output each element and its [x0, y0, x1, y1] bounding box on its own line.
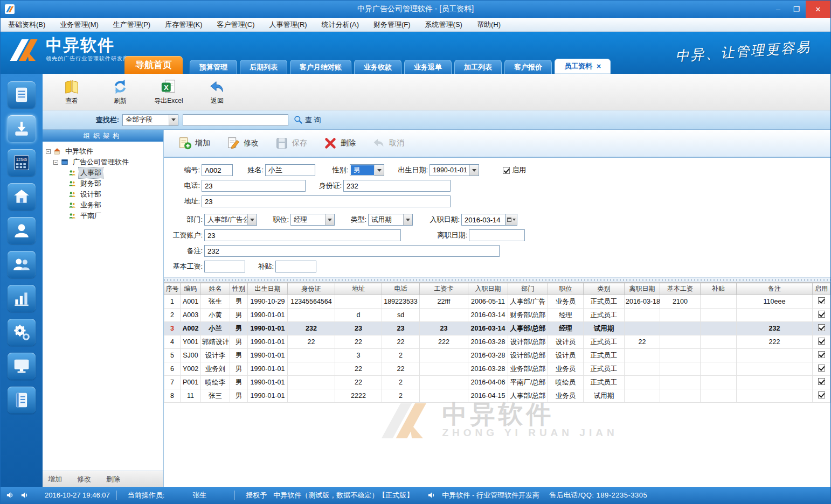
tab-active-employee-data[interactable]: 员工资料 ×: [555, 59, 611, 74]
add-record-button[interactable]: 增加: [178, 136, 210, 150]
leave-date-field[interactable]: [469, 229, 525, 241]
column-header[interactable]: 类别: [584, 283, 625, 295]
allowance-field[interactable]: [275, 261, 316, 272]
salary-account-field[interactable]: [204, 229, 401, 241]
cancel-record-button[interactable]: 取消: [372, 136, 404, 150]
collapse-icon[interactable]: −: [46, 149, 51, 154]
tab-home[interactable]: 导航首页: [124, 56, 183, 74]
chevron-down-icon[interactable]: [325, 214, 334, 225]
splitter-handle[interactable]: [164, 277, 830, 282]
delete-record-button[interactable]: 删除: [323, 136, 356, 150]
monitor-icon[interactable]: [8, 353, 36, 380]
menu-item[interactable]: 业务管理(M): [60, 20, 99, 30]
tree-item-software[interactable]: − 广告公司管理软件: [46, 157, 160, 167]
column-header[interactable]: 出生日期: [248, 283, 288, 295]
table-row[interactable]: 1A001张生男1990-10-291234556456418922353322…: [164, 295, 830, 309]
table-row[interactable]: 811张三男1990-01-01222222016-04-15人事部/总部业务员…: [164, 389, 830, 403]
column-header[interactable]: 身份证: [288, 283, 335, 295]
tree-item-root[interactable]: − 中异软件: [46, 146, 160, 157]
settings-icon[interactable]: [8, 319, 36, 346]
search-query-button[interactable]: 查 询: [294, 115, 321, 125]
download-icon[interactable]: [8, 115, 36, 142]
search-input[interactable]: [183, 114, 288, 126]
export-excel-button[interactable]: X 导出Excel: [154, 79, 184, 106]
nav-tab[interactable]: 后期列表: [240, 60, 287, 74]
chevron-down-icon[interactable]: [169, 115, 178, 125]
note-field[interactable]: [204, 245, 500, 257]
row-enabled-checkbox[interactable]: [818, 351, 825, 358]
row-enabled-checkbox[interactable]: [818, 311, 825, 318]
row-enabled-checkbox[interactable]: [818, 297, 825, 304]
tree-delete-button[interactable]: 删除: [106, 474, 120, 484]
tree-item-department[interactable]: 业务部: [46, 200, 160, 211]
address-field[interactable]: [202, 195, 451, 207]
tab-close-icon[interactable]: ×: [597, 62, 601, 71]
nav-tab[interactable]: 客户月结对账: [290, 60, 351, 74]
menu-item[interactable]: 生产管理(P): [113, 20, 150, 30]
phone-field[interactable]: [202, 180, 306, 192]
table-row[interactable]: 7P001喷绘李男1990-01-012222016-04-06平南厂/总部喷绘…: [164, 376, 830, 389]
enabled-checkbox-group[interactable]: 启用: [503, 165, 526, 175]
row-enabled-checkbox[interactable]: [818, 324, 825, 331]
column-header[interactable]: 工资卡: [420, 283, 468, 295]
menu-item[interactable]: 帮助(H): [477, 20, 501, 30]
chevron-down-icon[interactable]: [403, 214, 412, 225]
row-enabled-checkbox[interactable]: [818, 365, 825, 372]
speaker-icon[interactable]: [6, 491, 14, 499]
back-button[interactable]: 返回: [202, 79, 232, 106]
column-header[interactable]: 序号: [164, 283, 181, 295]
column-header[interactable]: 部门: [508, 283, 548, 295]
calculator-icon[interactable]: 12345: [8, 149, 36, 176]
tree-item-department[interactable]: 设计部: [46, 189, 160, 200]
chart-icon[interactable]: [8, 285, 36, 312]
nav-tab[interactable]: 业务收款: [354, 60, 401, 74]
dept-select[interactable]: 人事部/广告公: [204, 214, 257, 226]
menu-item[interactable]: 财务管理(F): [373, 20, 411, 30]
calendar-icon[interactable]: [505, 214, 517, 226]
column-header[interactable]: 姓名: [201, 283, 230, 295]
speaker-icon[interactable]: [427, 491, 435, 499]
menu-item[interactable]: 系统管理(S): [425, 20, 462, 30]
tree-modify-button[interactable]: 修改: [77, 474, 91, 484]
chevron-down-icon[interactable]: [375, 165, 384, 176]
documents-icon[interactable]: [8, 81, 36, 108]
notebook-icon[interactable]: [8, 387, 36, 414]
collapse-icon[interactable]: −: [53, 160, 58, 165]
search-field-select[interactable]: 全部字段: [122, 114, 178, 126]
column-header[interactable]: 性别: [230, 283, 248, 295]
company-icon[interactable]: [8, 183, 36, 210]
row-enabled-checkbox[interactable]: [818, 391, 825, 398]
column-header[interactable]: 补贴: [701, 283, 737, 295]
save-record-button[interactable]: 保存: [275, 136, 307, 150]
user-icon[interactable]: [8, 217, 36, 244]
menu-item[interactable]: 基础资料(B): [8, 20, 45, 30]
menu-item[interactable]: 库存管理(K): [165, 20, 202, 30]
row-enabled-checkbox[interactable]: [818, 378, 825, 385]
menu-item[interactable]: 统计分析(A): [322, 20, 359, 30]
nav-tab[interactable]: 预算管理: [190, 60, 237, 74]
users-icon[interactable]: [8, 251, 36, 278]
name-field[interactable]: [265, 164, 315, 176]
table-row[interactable]: 4Y001郭靖设计男1990-01-012222222222016-03-28设…: [164, 335, 830, 349]
tree-add-button[interactable]: 增加: [48, 474, 62, 484]
enabled-checkbox[interactable]: [503, 167, 510, 174]
column-header[interactable]: 基本工资: [660, 283, 701, 295]
column-header[interactable]: 地址: [335, 283, 382, 295]
chevron-down-icon[interactable]: [247, 214, 257, 225]
idcard-field[interactable]: [343, 180, 451, 192]
column-header[interactable]: 入职日期: [468, 283, 508, 295]
table-row[interactable]: 5SJ00设计李男1990-01-01322016-03-28设计部/总部设计员…: [164, 349, 830, 362]
table-row[interactable]: 2A003小黄男1990-01-01dsd2016-03-14财务部/总部经理正…: [164, 309, 830, 322]
code-field[interactable]: [202, 164, 233, 176]
column-header[interactable]: 启用: [813, 283, 830, 295]
column-header[interactable]: 备注: [737, 283, 813, 295]
tree-item-department[interactable]: 平南厂: [46, 211, 160, 221]
table-row[interactable]: 3A002小兰男1990-01-012322323232016-03-14人事部…: [164, 322, 830, 335]
nav-tab[interactable]: 客户报价: [504, 60, 552, 74]
tree-item-department[interactable]: 财务部: [46, 178, 160, 189]
view-button[interactable]: 查看: [57, 79, 87, 106]
type-select[interactable]: 试用期: [368, 214, 413, 226]
row-enabled-checkbox[interactable]: [818, 338, 825, 345]
position-select[interactable]: 经理: [290, 214, 335, 226]
birth-date-select[interactable]: 1990-01-01: [430, 164, 479, 176]
